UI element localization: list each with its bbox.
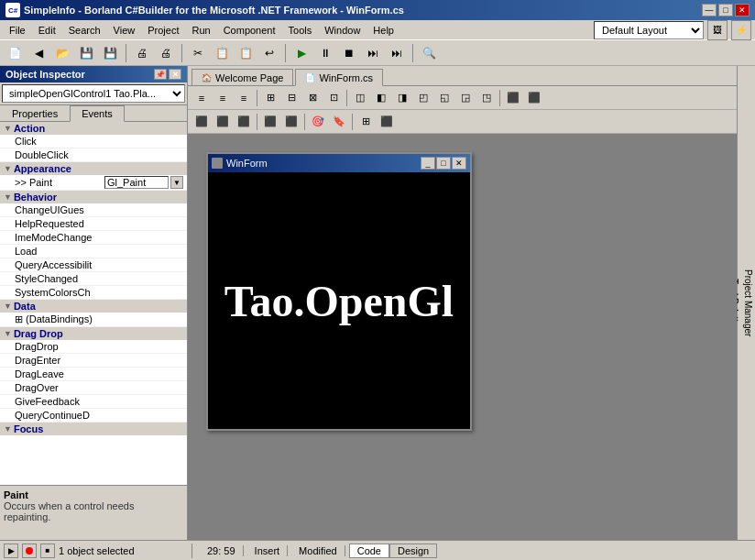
close-button[interactable]: ✕ xyxy=(735,4,750,16)
tab-winform-cs[interactable]: 📄 WinForm.cs xyxy=(295,69,383,86)
status-stop-button[interactable]: ■ xyxy=(40,544,55,558)
undo-button[interactable]: ↩ xyxy=(258,42,280,64)
row-stylechanged[interactable]: StyleChanged xyxy=(0,272,187,286)
ct-btn-5[interactable]: ⊟ xyxy=(281,89,301,107)
ct2-btn-4[interactable]: ⬛ xyxy=(260,113,280,131)
search-button[interactable]: 🔍 xyxy=(418,42,440,64)
ct-btn-14[interactable]: ◳ xyxy=(476,89,497,107)
menu-search[interactable]: Search xyxy=(63,23,106,38)
cut-button[interactable]: ✂ xyxy=(187,42,209,64)
menu-file[interactable]: File xyxy=(4,23,31,38)
menu-tools[interactable]: Tools xyxy=(283,23,318,38)
ct-btn-7[interactable]: ⊡ xyxy=(323,89,344,107)
project-manager-label[interactable]: Project Manager xyxy=(741,262,755,344)
save-all-button[interactable]: 💾 xyxy=(99,42,121,64)
pause-button[interactable]: ⏸ xyxy=(314,42,336,64)
ct2-btn-3[interactable]: ⬛ xyxy=(234,113,254,131)
ct-btn-13[interactable]: ◲ xyxy=(455,89,476,107)
winform-window[interactable]: WinForm _ □ ✕ Tao.OpenGl xyxy=(206,152,472,431)
menu-view[interactable]: View xyxy=(108,23,141,38)
paint-dropdown-btn[interactable]: ▼ xyxy=(170,176,183,189)
open-button[interactable]: 📂 xyxy=(51,42,73,64)
ct2-btn-1[interactable]: ⬛ xyxy=(191,113,212,131)
row-dragleave[interactable]: DragLeave xyxy=(0,368,187,381)
ct-btn-4[interactable]: ⊞ xyxy=(260,89,280,107)
run-button[interactable]: ▶ xyxy=(290,42,312,64)
menu-edit[interactable]: Edit xyxy=(33,23,61,38)
design-area[interactable]: WinForm _ □ ✕ Tao.OpenGl xyxy=(188,134,737,540)
winform-minimize-button[interactable]: _ xyxy=(421,157,435,170)
ct2-btn-6[interactable]: 🎯 xyxy=(308,113,328,131)
menu-window[interactable]: Window xyxy=(319,23,366,38)
ct2-btn-9[interactable]: ⬛ xyxy=(377,113,397,131)
tab-events[interactable]: Events xyxy=(70,105,125,122)
ct-btn-16[interactable]: ⬛ xyxy=(524,89,544,107)
paint-input[interactable] xyxy=(104,176,169,189)
row-dragdrop[interactable]: DragDrop xyxy=(0,340,187,354)
ct-btn-3[interactable]: ≡ xyxy=(234,89,254,107)
back-button[interactable]: ◀ xyxy=(27,42,49,64)
menu-component[interactable]: Component xyxy=(218,23,281,38)
menu-help[interactable]: Help xyxy=(367,23,399,38)
ct-btn-15[interactable]: ⬛ xyxy=(503,89,523,107)
menu-project[interactable]: Project xyxy=(142,23,184,38)
step2-button[interactable]: ⏭ xyxy=(386,42,408,64)
row-querycontinued[interactable]: QueryContinueD xyxy=(0,409,187,423)
row-imemodechange[interactable]: ImeModeChange xyxy=(0,231,187,245)
copy-button[interactable]: 📋 xyxy=(211,42,233,64)
section-dragdrop[interactable]: ▼ Drag Drop xyxy=(0,327,187,340)
row-doubleclick[interactable]: DoubleClick xyxy=(0,148,187,162)
row-queryaccessibility[interactable]: QueryAccessibilit xyxy=(0,258,187,272)
ct-btn-1[interactable]: ≡ xyxy=(191,89,212,107)
ct-btn-8[interactable]: ◫ xyxy=(350,89,370,107)
panel-close-button[interactable]: ✕ xyxy=(169,69,181,80)
row-dragenter[interactable]: DragEnter xyxy=(0,354,187,368)
ct-btn-9[interactable]: ◧ xyxy=(371,89,391,107)
row-changeuicues[interactable]: ChangeUIGues xyxy=(0,203,187,217)
print2-button[interactable]: 🖨 xyxy=(155,42,177,64)
tab-properties[interactable]: Properties xyxy=(0,105,70,121)
ct2-btn-5[interactable]: ⬛ xyxy=(281,113,301,131)
status-design-tab[interactable]: Design xyxy=(389,544,437,558)
layout-dropdown[interactable]: Default Layout Debug Layout Classic Layo… xyxy=(594,21,704,39)
winform-close-button[interactable]: ✕ xyxy=(452,157,466,170)
paste-button[interactable]: 📋 xyxy=(235,42,257,64)
panel-pin-button[interactable]: 📌 xyxy=(154,69,167,80)
ct2-btn-2[interactable]: ⬛ xyxy=(213,113,233,131)
ct-btn-10[interactable]: ◨ xyxy=(392,89,412,107)
maximize-button[interactable]: □ xyxy=(718,4,733,16)
print-button[interactable]: 🖨 xyxy=(131,42,153,64)
ct2-btn-7[interactable]: 🔖 xyxy=(329,113,349,131)
row-helprequested[interactable]: HelpRequested xyxy=(0,217,187,231)
ct2-btn-8[interactable]: ⊞ xyxy=(356,113,376,131)
status-play-button[interactable]: ▶ xyxy=(4,544,18,558)
winform-maximize-button[interactable]: □ xyxy=(436,157,451,170)
section-focus[interactable]: ▼ Focus xyxy=(0,423,187,435)
save-button[interactable]: 💾 xyxy=(75,42,97,64)
row-databindings[interactable]: ⊞ (DataBindings) xyxy=(0,313,187,327)
section-appearance[interactable]: ▼ Appearance xyxy=(0,162,187,175)
toolbar-icon-1[interactable]: 🖼 xyxy=(707,20,728,40)
step-button[interactable]: ⏭ xyxy=(362,42,384,64)
status-record-button[interactable] xyxy=(22,544,37,558)
section-action[interactable]: ▼ Action xyxy=(0,122,187,135)
row-load[interactable]: Load xyxy=(0,245,187,258)
ct-btn-2[interactable]: ≡ xyxy=(213,89,233,107)
row-givefeedback[interactable]: GiveFeedback xyxy=(0,395,187,409)
row-dragover[interactable]: DragOver xyxy=(0,381,187,395)
menu-run[interactable]: Run xyxy=(186,23,215,38)
stop-button[interactable]: ⏹ xyxy=(338,42,360,64)
toolbar-icon-2[interactable]: ⚡ xyxy=(731,20,751,40)
new-button[interactable]: 📄 xyxy=(4,42,26,64)
status-code-tab[interactable]: Code xyxy=(349,544,389,558)
tab-welcome-page[interactable]: 🏠 Welcome Page xyxy=(191,69,293,85)
section-data[interactable]: ▼ Data xyxy=(0,300,187,313)
ct-btn-12[interactable]: ◱ xyxy=(434,89,454,107)
row-click[interactable]: Click xyxy=(0,135,187,148)
minimize-button[interactable]: — xyxy=(702,4,717,16)
row-systemcolorsch[interactable]: SystemColorsCh xyxy=(0,286,187,300)
row-paint[interactable]: >> Paint ▼ xyxy=(0,175,187,191)
ct-btn-6[interactable]: ⊠ xyxy=(302,89,323,107)
section-behavior[interactable]: ▼ Behavior xyxy=(0,191,187,203)
ct-btn-11[interactable]: ◰ xyxy=(413,89,433,107)
